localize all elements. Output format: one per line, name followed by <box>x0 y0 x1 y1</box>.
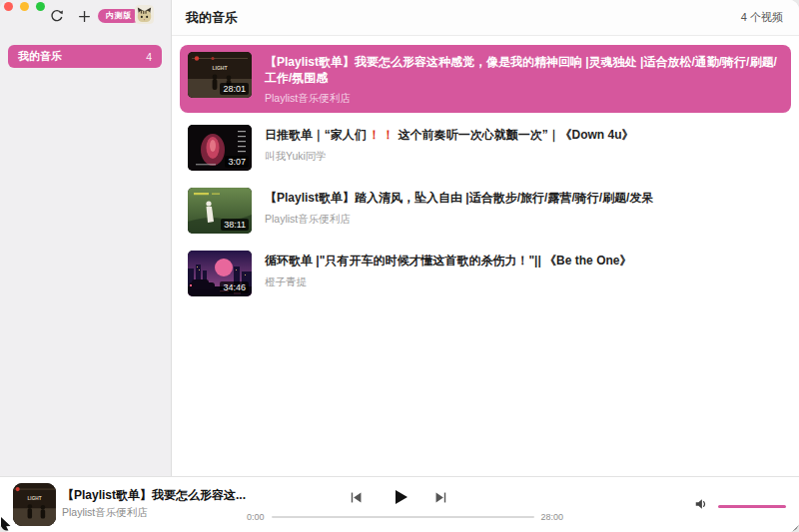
window-controls <box>4 2 45 11</box>
elapsed-time: 0:00 <box>247 512 265 522</box>
cat-avatar-icon <box>135 12 154 24</box>
video-meta: 日推歌单｜“家人们！！这个前奏听一次心就颤一次”｜《Down 4u》 叫我Yuk… <box>265 125 634 163</box>
content-panel: 我的音乐 4 个视频 LIGHT <box>172 0 799 476</box>
video-list: LIGHT 28:01 【Playlist歌单】我要怎么形容这种感觉，像是我的精… <box>172 36 799 308</box>
next-track-button[interactable] <box>433 490 448 505</box>
sidebar-item-my-music[interactable]: 我的音乐 4 <box>8 45 162 68</box>
now-playing-thumbnail: LIGHT <box>13 483 56 526</box>
video-author: Playlist音乐便利店 <box>265 213 653 227</box>
video-author: 橙子青提 <box>265 275 631 289</box>
video-count-label: 4 个视频 <box>741 10 783 25</box>
previous-track-button[interactable] <box>349 490 364 505</box>
volume-section <box>694 497 786 515</box>
video-thumbnail-red-figure: 3:07 <box>188 125 252 171</box>
user-avatar[interactable] <box>135 5 154 24</box>
total-time: 28:00 <box>541 512 564 522</box>
duration-badge: 3:07 <box>225 156 249 168</box>
sidebar-item-label: 我的音乐 <box>18 49 62 64</box>
svg-text:LIGHT: LIGHT <box>213 65 228 71</box>
next-icon <box>433 493 448 508</box>
video-author: 叫我Yuki同学 <box>265 150 634 164</box>
refresh-icon <box>50 11 64 26</box>
duration-badge: 34:46 <box>220 281 249 293</box>
video-title: 循环歌单 |"只有开车的时候才懂这首歌的杀伤力！"|| 《Be the One》 <box>265 253 631 268</box>
video-meta: 【Playlist歌单】我要怎么形容这种感觉，像是我的精神回响 |灵魂独处 |适… <box>265 52 783 106</box>
video-row-2[interactable]: 3:07 日推歌单｜“家人们！！这个前奏听一次心就颤一次”｜《Down 4u》 … <box>180 120 791 176</box>
video-row-4[interactable]: 34:46 循环歌单 |"只有开车的时候才懂这首歌的杀伤力！"|| 《Be th… <box>180 246 791 301</box>
app-window: 内测版 <box>0 0 799 532</box>
main-area: 内测版 <box>0 0 799 476</box>
player-bar: LIGHT 【Playlist歌单】我要怎么形容这... Playlist音乐便… <box>0 476 799 532</box>
red-exclamation-marks: ！！ <box>367 128 399 142</box>
play-icon <box>391 495 410 510</box>
video-meta: 【Playlist歌单】踏入清风，坠入自由 |适合散步/旅行/露营/骑行/刷题/… <box>265 188 653 226</box>
speaker-icon[interactable] <box>694 497 708 515</box>
video-title: 【Playlist歌单】踏入清风，坠入自由 |适合散步/旅行/露营/骑行/刷题/… <box>265 190 653 206</box>
video-meta: 循环歌单 |"只有开车的时候才懂这首歌的杀伤力！"|| 《Be the One》… <box>265 251 631 288</box>
video-title: 【Playlist歌单】我要怎么形容这种感觉，像是我的精神回响 |灵魂独处 |适… <box>265 54 783 86</box>
sidebar-item-count: 4 <box>146 51 152 63</box>
video-title: 日推歌单｜“家人们！！这个前奏听一次心就颤一次”｜《Down 4u》 <box>265 127 634 143</box>
duration-badge: 28:01 <box>220 83 249 95</box>
close-window-button[interactable] <box>4 2 13 11</box>
plus-icon <box>78 11 91 26</box>
previous-icon <box>349 493 364 508</box>
content-header: 我的音乐 4 个视频 <box>172 0 799 36</box>
beta-badge: 内测版 <box>98 9 140 23</box>
duration-badge: 38:11 <box>221 219 249 231</box>
video-thumbnail-synthwave-car: 34:46 <box>188 251 252 296</box>
video-row-3[interactable]: 38:11 【Playlist歌单】踏入清风，坠入自由 |适合散步/旅行/露营/… <box>180 183 791 239</box>
video-row-1[interactable]: LIGHT 28:01 【Playlist歌单】我要怎么形容这种感觉，像是我的精… <box>180 45 791 113</box>
mouse-cursor-icon <box>0 515 13 532</box>
refresh-button[interactable] <box>50 9 64 23</box>
page-title: 我的音乐 <box>186 9 238 27</box>
svg-text:LIGHT: LIGHT <box>28 496 42 501</box>
zoom-window-button[interactable] <box>36 2 45 11</box>
minimize-window-button[interactable] <box>20 2 29 11</box>
now-playing-title: 【Playlist歌单】我要怎么形容这... <box>62 487 247 504</box>
sidebar: 内测版 <box>0 0 172 476</box>
video-thumbnail-night-couple: LIGHT 28:01 <box>188 52 252 98</box>
video-thumbnail-green-field: 38:11 <box>188 188 252 234</box>
progress-section: 0:00 28:00 <box>247 512 563 522</box>
add-button[interactable] <box>78 10 91 23</box>
seek-bar[interactable] <box>272 516 534 518</box>
video-author: Playlist音乐便利店 <box>265 92 783 106</box>
play-button[interactable] <box>391 487 410 507</box>
now-playing-author: Playlist音乐便利店 <box>62 506 148 520</box>
resize-corner-mark <box>792 525 799 532</box>
volume-slider[interactable] <box>718 505 786 508</box>
